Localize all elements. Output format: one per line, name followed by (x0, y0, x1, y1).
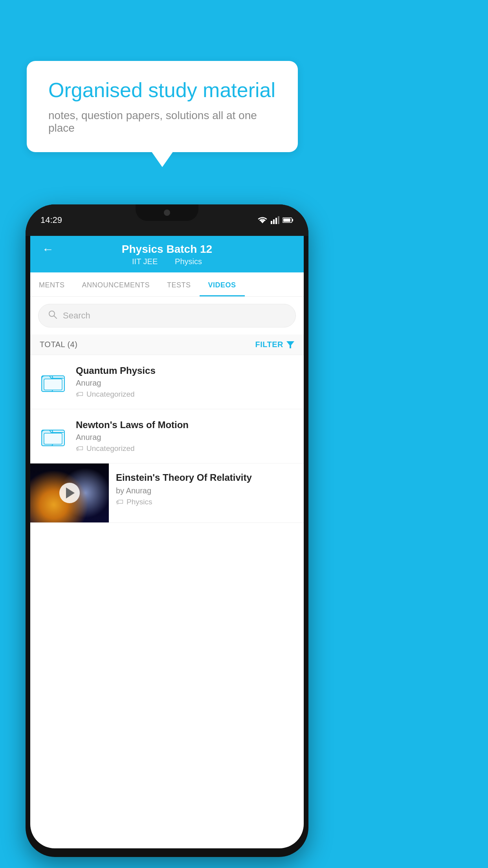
svg-rect-3 (275, 218, 277, 224)
video-author: by Anurag (116, 486, 297, 495)
folder-icon (39, 422, 67, 451)
back-button[interactable]: ← (42, 243, 54, 256)
svg-marker-0 (260, 220, 265, 223)
video-title: Newton's Laws of Motion (76, 419, 295, 430)
list-item[interactable]: Quantum Physics Anurag 🏷 Uncategorized (30, 355, 304, 409)
tag-icon: 🏷 (116, 498, 123, 506)
video-author: Anurag (76, 379, 295, 388)
bubble-subtitle: notes, question papers, solutions all at… (48, 109, 276, 134)
video-title: Einstein's Theory Of Relativity (116, 472, 297, 483)
search-icon (48, 310, 57, 322)
svg-rect-13 (44, 379, 62, 390)
tag-label: Uncategorized (86, 390, 135, 399)
video-thumbnail (30, 463, 109, 522)
video-tag: 🏷 Physics (116, 498, 297, 506)
video-tag: 🏷 Uncategorized (76, 444, 295, 453)
phone-notch (136, 204, 198, 221)
camera (164, 210, 170, 216)
search-container: Search (30, 297, 304, 335)
video-info: Einstein's Theory Of Relativity by Anura… (109, 463, 304, 515)
play-button[interactable] (59, 483, 80, 503)
filter-icon (286, 341, 294, 348)
video-info: Quantum Physics Anurag 🏷 Uncategorized (76, 365, 295, 399)
wifi-icon (257, 216, 268, 224)
app-header: ← Physics Batch 12 IIT JEE Physics (30, 236, 304, 272)
video-tag: 🏷 Uncategorized (76, 390, 295, 399)
video-list: Quantum Physics Anurag 🏷 Uncategorized (30, 355, 304, 523)
tag-label: Uncategorized (86, 444, 135, 453)
status-bar: 14:29 (26, 204, 308, 236)
svg-rect-2 (273, 219, 275, 224)
status-icons (257, 216, 294, 224)
tab-tests[interactable]: TESTS (158, 272, 200, 296)
folder-icon (39, 368, 67, 396)
svg-rect-16 (44, 433, 62, 444)
signal-icon (271, 216, 279, 224)
app-subtitle: IIT JEE Physics (129, 257, 205, 266)
phone-screen: ← Physics Batch 12 IIT JEE Physics MENTS… (30, 236, 304, 848)
total-count: TOTAL (4) (40, 340, 77, 349)
bubble-title: Organised study material (48, 79, 276, 102)
battery-icon (283, 217, 294, 223)
speech-bubble: Organised study material notes, question… (27, 61, 298, 152)
search-input[interactable]: Search (63, 311, 90, 321)
filter-label: FILTER (255, 340, 283, 349)
play-icon (66, 487, 75, 498)
header-top: ← Physics Batch 12 (42, 243, 292, 256)
svg-rect-1 (271, 221, 272, 224)
phone-frame: 14:29 (26, 204, 308, 857)
filter-bar: TOTAL (4) FILTER (30, 335, 304, 355)
subtitle-part1: IIT JEE (132, 257, 158, 266)
video-author: Anurag (76, 433, 295, 442)
status-time: 14:29 (40, 215, 62, 225)
tab-videos[interactable]: VIDEOS (200, 272, 245, 296)
subtitle-part2: Physics (175, 257, 202, 266)
tag-label: Physics (127, 498, 152, 506)
svg-line-9 (54, 316, 57, 319)
tag-icon: 🏷 (76, 390, 83, 399)
list-item[interactable]: Newton's Laws of Motion Anurag 🏷 Uncateg… (30, 409, 304, 463)
tag-icon: 🏷 (76, 444, 83, 453)
svg-rect-4 (278, 216, 279, 224)
search-bar[interactable]: Search (38, 304, 296, 327)
svg-rect-6 (292, 219, 293, 221)
filter-button[interactable]: FILTER (255, 340, 294, 349)
svg-rect-7 (283, 219, 290, 222)
tab-announcements[interactable]: ANNOUNCEMENTS (73, 272, 159, 296)
video-info: Newton's Laws of Motion Anurag 🏷 Uncateg… (76, 419, 295, 453)
app-title: Physics Batch 12 (42, 243, 292, 256)
tab-bar: MENTS ANNOUNCEMENTS TESTS VIDEOS (30, 272, 304, 297)
video-title: Quantum Physics (76, 365, 295, 376)
svg-marker-10 (286, 341, 294, 348)
list-item[interactable]: Einstein's Theory Of Relativity by Anura… (30, 463, 304, 523)
tab-ments[interactable]: MENTS (30, 272, 73, 296)
